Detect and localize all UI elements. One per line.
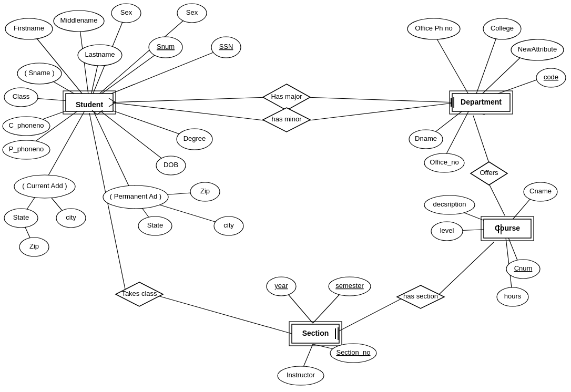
- attr-semester: semester: [335, 282, 364, 290]
- attr-current-add: ( Current Add ): [22, 182, 67, 190]
- attr-section-no: Section_no: [336, 348, 370, 356]
- attr-middlename: Middlename: [60, 16, 98, 24]
- attr-cnum: Cnum: [514, 264, 533, 272]
- rel-has-minor: has minor: [271, 115, 302, 123]
- svg-line-31: [473, 116, 489, 163]
- attr-level: level: [440, 226, 454, 234]
- svg-line-14: [89, 102, 134, 197]
- attr-c-phoneno: C_phoneno: [8, 121, 44, 129]
- attr-permanent-ad: ( Permanent Ad ): [110, 192, 161, 200]
- attr-college: College: [491, 24, 514, 32]
- entity-department: Department: [461, 98, 502, 106]
- svg-line-45: [152, 294, 292, 334]
- svg-line-8: [42, 102, 89, 187]
- attr-zip-2: Zip: [200, 187, 210, 195]
- svg-line-23: [305, 97, 457, 102]
- attr-class: Class: [13, 92, 30, 100]
- attr-dob: DOB: [164, 161, 178, 169]
- attr-lastname: Lastname: [85, 50, 115, 58]
- svg-line-26: [473, 29, 499, 102]
- svg-line-32: [489, 184, 505, 215]
- rel-has-major: Has major: [271, 92, 302, 100]
- rel-takes-class: Takes class: [121, 290, 157, 297]
- attr-sex-2: Sex: [186, 8, 198, 16]
- attr-state-1: State: [13, 213, 29, 221]
- attr-year: year: [274, 282, 288, 290]
- attr-snum: Snum: [157, 43, 175, 50]
- attr-code: code: [544, 73, 558, 81]
- attr-degree: Degree: [183, 135, 206, 142]
- svg-line-38: [436, 242, 494, 297]
- attr-city-2: city: [223, 221, 234, 229]
- attr-sname: ( Sname ): [24, 69, 54, 77]
- rel-offers: Offers: [480, 169, 498, 177]
- rel-has-section: has section: [403, 292, 438, 300]
- attr-office-ph-no: Office Ph no: [415, 24, 452, 32]
- attr-city-1: city: [66, 213, 76, 221]
- attr-ssn: SSN: [219, 43, 233, 50]
- attr-p-phoneno: P_phoneno: [9, 145, 44, 153]
- attr-hours: hours: [504, 292, 522, 300]
- entity-section: Section: [302, 329, 329, 337]
- attr-dname: Dname: [415, 135, 437, 142]
- attr-instructor: Instructor: [287, 371, 315, 379]
- svg-line-13: [89, 102, 171, 166]
- attr-description: decsription: [433, 200, 466, 208]
- attr-office-no: Office_no: [430, 158, 458, 166]
- attr-cname: Cname: [529, 187, 552, 195]
- svg-line-24: [305, 102, 457, 121]
- svg-line-25: [431, 29, 473, 102]
- attr-firstname: Firstname: [14, 24, 44, 32]
- attr-zip-1: Zip: [29, 242, 39, 250]
- er-diagram: Student Department Course Section Has ma…: [0, 0, 571, 392]
- attr-sex-1: Sex: [120, 8, 132, 16]
- svg-line-39: [334, 297, 405, 334]
- svg-line-21: [110, 97, 268, 102]
- attr-state-2: State: [147, 221, 163, 229]
- attr-new-attribute: NewAttribute: [518, 45, 557, 53]
- entity-student: Student: [76, 100, 103, 109]
